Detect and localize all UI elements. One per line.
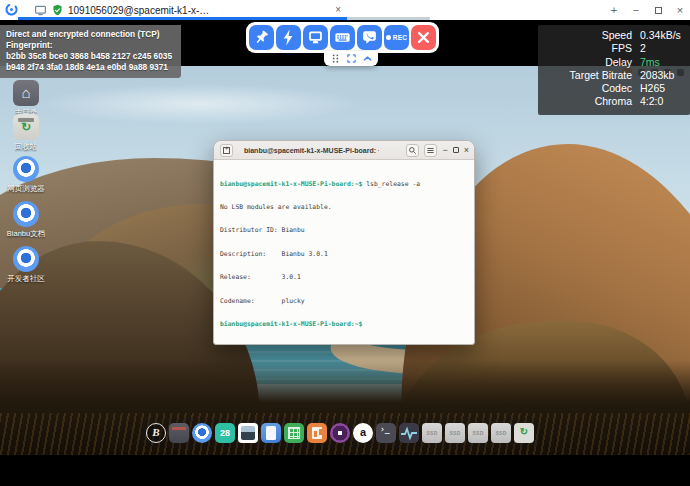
desktop-icon-dev-community[interactable]: 开发者社区 <box>2 246 50 284</box>
terminal-maximize-icon[interactable] <box>453 147 459 153</box>
dock-app-store-icon[interactable]: a <box>353 423 373 443</box>
terminal-menu-button[interactable] <box>424 144 437 157</box>
close-button[interactable]: × <box>674 5 686 16</box>
tab-title: 1091056029@spacemit-k1-x-… <box>68 5 209 16</box>
record-dot-icon <box>386 35 391 40</box>
wallpaper-cloud <box>40 84 360 124</box>
stat-label: FPS <box>544 42 632 55</box>
dock-calendar-icon[interactable]: 28 <box>215 423 235 443</box>
remote-toolbar: REC <box>246 22 439 53</box>
desktop-icon-home[interactable]: ⌂ 主目录 <box>2 80 50 118</box>
terminal-close-icon[interactable]: × <box>464 146 469 155</box>
new-tab-button[interactable]: + <box>608 5 620 16</box>
dock-browser-icon[interactable] <box>192 423 212 443</box>
dock-ssd-drive-icon[interactable]: SSD <box>491 423 511 443</box>
keyboard-button[interactable] <box>330 25 355 50</box>
stat-label: Chroma <box>544 95 632 108</box>
dock-documents-icon[interactable] <box>261 423 281 443</box>
monitor-icon <box>34 4 47 17</box>
collapse-chevron-icon[interactable] <box>362 53 373 64</box>
stat-value-delay: 7ms <box>640 56 660 69</box>
browser-icon <box>13 156 39 182</box>
dock-presentation-icon[interactable] <box>307 423 327 443</box>
browser-icon <box>13 201 39 227</box>
minimize-button[interactable]: − <box>630 5 642 16</box>
connection-status-text: Direct and encrypted connection (TCP) <box>6 29 175 40</box>
fingerprint-line: b2bb 35c8 bce0 3868 b458 2127 c245 6035 <box>6 51 175 62</box>
home-icon: ⌂ <box>13 80 39 106</box>
stat-label: Target Bitrate <box>544 69 632 82</box>
desktop-icon-trash[interactable]: 回收站 <box>2 114 50 152</box>
stat-value: H265 <box>640 82 665 95</box>
dock-trash-icon[interactable] <box>514 423 534 443</box>
dock-system-monitor-icon[interactable] <box>399 423 419 443</box>
pin-toolbar-button[interactable] <box>249 25 274 50</box>
dock-ssd-drive-icon[interactable]: SSD <box>422 423 442 443</box>
dock-ssd-drive-icon[interactable]: SSD <box>445 423 465 443</box>
desktop-icon-web-browser[interactable]: 网页浏览器 <box>2 156 50 194</box>
connection-stats-overlay: Speed0.34kB/s FPS2 Delay7ms Target Bitra… <box>538 25 690 115</box>
stat-value: 4:2:0 <box>640 95 663 108</box>
terminal-window: bianbu@spacemit-k1-x-MUSE-Pi-board: ~ − … <box>213 140 475 345</box>
browser-icon <box>13 246 39 272</box>
dock-file-manager-icon[interactable] <box>169 423 189 443</box>
stat-value: 2 <box>640 42 646 55</box>
active-tab-indicator <box>18 17 347 20</box>
dock-terminal-icon[interactable] <box>376 423 396 443</box>
desktop-icon-bianbu-docs[interactable]: Bianbu文档 <box>2 201 50 239</box>
record-session-button[interactable]: REC <box>384 25 409 50</box>
stat-label: Speed <box>544 29 632 42</box>
dock: B 28 a SSD SSD SSD SSD <box>140 418 540 448</box>
maximize-button[interactable] <box>652 5 664 16</box>
disconnect-button[interactable] <box>411 25 436 50</box>
terminal-new-tab-button[interactable] <box>220 144 233 157</box>
stat-value: 0.34kB/s <box>640 29 681 42</box>
dock-spreadsheet-icon[interactable] <box>284 423 304 443</box>
trash-icon <box>13 114 39 140</box>
terminal-titlebar[interactable]: bianbu@spacemit-k1-x-MUSE-Pi-board: ~ − … <box>214 141 474 160</box>
dock-ssd-drive-icon[interactable]: SSD <box>468 423 488 443</box>
dock-image-viewer-icon[interactable] <box>238 423 258 443</box>
voice-call-button[interactable] <box>357 25 382 50</box>
dock-media-player-icon[interactable] <box>330 423 350 443</box>
connection-info-overlay: Direct and encrypted connection (TCP) Fi… <box>0 25 181 78</box>
viewer-titlebar: 1091056029@spacemit-k1-x-… × + − × <box>0 0 690 20</box>
stat-label: Delay <box>544 56 632 69</box>
actions-button[interactable] <box>276 25 301 50</box>
stat-label: Codec <box>544 82 632 95</box>
secure-shield-icon <box>51 4 64 17</box>
rustdesk-logo-icon <box>4 2 19 17</box>
terminal-minimize-icon[interactable]: − <box>442 146 447 155</box>
terminal-output[interactable]: bianbu@spacemit-k1-x-MUSE-Pi-board:~$ ls… <box>214 160 474 349</box>
stat-value: 2083kb <box>640 69 674 82</box>
terminal-search-button[interactable] <box>406 144 419 157</box>
toolbar-handle[interactable] <box>324 51 378 66</box>
display-settings-button[interactable] <box>303 25 328 50</box>
drag-grid-icon[interactable] <box>330 53 341 64</box>
tab-strip-edge <box>347 17 430 20</box>
terminal-title: bianbu@spacemit-k1-x-MUSE-Pi-board: ~ <box>244 147 379 154</box>
fingerprint-line: b948 2f74 3fa0 18d8 4e1a e0bd 9a88 9371 <box>6 62 175 73</box>
tab-close-icon[interactable]: × <box>335 5 341 15</box>
fingerprint-label: Fingerprint: <box>6 40 175 51</box>
window-controls: + − × <box>608 0 686 20</box>
fullscreen-icon[interactable] <box>346 53 357 64</box>
remote-viewer-window: 1091056029@spacemit-k1-x-… × + − × <box>0 0 690 486</box>
dock-launcher-icon[interactable]: B <box>146 423 166 443</box>
